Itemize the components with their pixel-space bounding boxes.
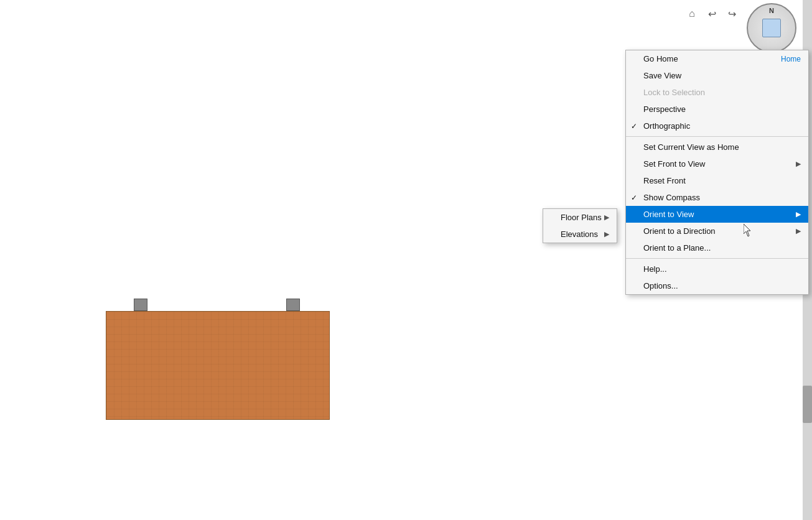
menu-item-reset-front[interactable]: Reset Front	[626, 172, 808, 189]
main-context-menu: Go Home Home Save View Lock to Selection…	[625, 50, 809, 295]
compass-inner	[762, 19, 781, 37]
menu-item-perspective[interactable]: Perspective	[626, 101, 808, 118]
orient-to-view-label: Orient to View	[643, 210, 694, 219]
door-right	[286, 299, 300, 311]
redo-icon[interactable]: ↪	[723, 5, 740, 22]
perspective-label: Perspective	[643, 104, 686, 114]
scrollbar-thumb[interactable]	[803, 386, 812, 423]
lock-selection-label: Lock to Selection	[643, 88, 705, 97]
orthographic-label: Orthographic	[643, 121, 690, 131]
menu-item-orthographic[interactable]: Orthographic	[626, 118, 808, 134]
set-front-arrow-icon: ▶	[796, 160, 801, 168]
menu-item-show-compass[interactable]: Show Compass	[626, 189, 808, 206]
separator-2	[626, 258, 808, 259]
door-left	[134, 299, 147, 311]
menu-item-set-front-to-view[interactable]: Set Front to View ▶	[626, 156, 808, 172]
nav-icons: ⌂ ↩ ↪	[683, 5, 740, 22]
orient-plane-label: Orient to a Plane...	[643, 243, 711, 253]
menu-item-orient-to-view[interactable]: Orient to View ▶	[626, 206, 808, 223]
orient-direction-arrow-icon: ▶	[796, 227, 801, 235]
go-home-label: Go Home	[643, 54, 678, 63]
options-label: Options...	[643, 281, 678, 290]
menu-item-options[interactable]: Options...	[626, 277, 808, 294]
menu-item-save-view[interactable]: Save View	[626, 67, 808, 84]
undo-icon[interactable]: ↩	[703, 5, 721, 22]
separator-1	[626, 136, 808, 137]
set-home-label: Set Current View as Home	[643, 142, 739, 152]
floor-plan-body	[106, 311, 330, 420]
floor-plans-arrow-icon: ▶	[604, 213, 609, 221]
help-label: Help...	[643, 264, 667, 274]
save-view-label: Save View	[643, 71, 681, 80]
reset-front-label: Reset Front	[643, 176, 686, 185]
menu-item-lock-selection[interactable]: Lock to Selection	[626, 84, 808, 101]
menu-item-floor-plans[interactable]: Floor Plans ▶	[543, 209, 617, 226]
left-context-menu: Floor Plans ▶ Elevations ▶	[543, 208, 617, 243]
orient-view-arrow-icon: ▶	[796, 210, 801, 218]
go-home-shortcut: Home	[781, 55, 801, 63]
orient-direction-label: Orient to a Direction	[643, 226, 716, 236]
compass-north-label: N	[769, 7, 774, 14]
compass-circle[interactable]: N	[747, 3, 796, 53]
menu-item-go-home[interactable]: Go Home Home	[626, 50, 808, 67]
elevations-arrow-icon: ▶	[604, 230, 609, 238]
menu-item-orient-plane[interactable]: Orient to a Plane...	[626, 239, 808, 256]
menu-item-help[interactable]: Help...	[626, 261, 808, 277]
floor-plan-drawing	[106, 299, 330, 420]
home-nav-icon[interactable]: ⌂	[683, 5, 701, 22]
set-front-to-view-label: Set Front to View	[643, 159, 705, 169]
menu-item-orient-direction[interactable]: Orient to a Direction ▶	[626, 223, 808, 239]
menu-item-elevations[interactable]: Elevations ▶	[543, 226, 617, 243]
show-compass-label: Show Compass	[643, 193, 700, 202]
menu-item-set-home[interactable]: Set Current View as Home	[626, 139, 808, 156]
